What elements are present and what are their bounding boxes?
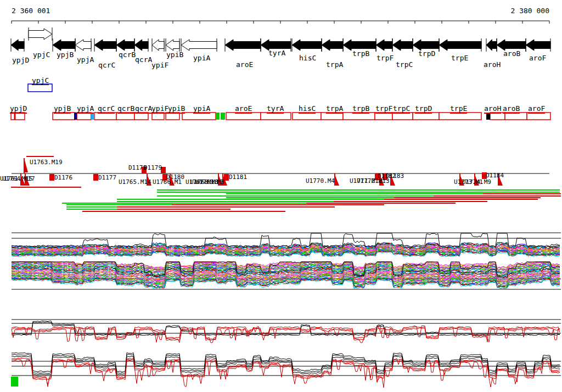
gene-label-qcrB[interactable]: qcrB bbox=[119, 51, 136, 58]
probe-box-label-ypiA[interactable]: ypiA bbox=[193, 105, 210, 114]
probe-box-label-qcrC[interactable]: qcrC bbox=[98, 105, 115, 114]
gene-label-ypiA[interactable]: ypiA bbox=[193, 54, 210, 61]
gene-label-qcrA[interactable]: qcrA bbox=[135, 56, 152, 63]
probe-box-label-qcrB[interactable]: qcrB bbox=[117, 105, 134, 114]
probe-box-label-trpC[interactable]: trpC bbox=[393, 105, 410, 114]
probe-box-label-tyrA[interactable]: tyrA bbox=[267, 105, 284, 114]
probe-label-D1184[interactable]: D1184 bbox=[486, 172, 504, 178]
probe-label-D1176[interactable]: D1176 bbox=[54, 175, 72, 181]
gene-label-aroB[interactable]: aroB bbox=[503, 50, 520, 57]
gene-label-trpC[interactable]: trpC bbox=[396, 61, 413, 68]
gene-label-trpE[interactable]: trpE bbox=[451, 54, 468, 61]
probe-box-label-ypjB[interactable]: ypjB bbox=[54, 105, 71, 114]
probe-box-label-ypjA[interactable]: ypjA bbox=[77, 105, 94, 114]
gene-label-aroH[interactable]: aroH bbox=[484, 61, 501, 68]
probe-box-label-trpB[interactable]: trpB bbox=[352, 105, 369, 114]
gene-label-aroF[interactable]: aroF bbox=[529, 54, 546, 61]
gene-label-trpF[interactable]: trpF bbox=[376, 54, 394, 61]
probe-label-D1181[interactable]: D1181 bbox=[229, 174, 247, 180]
probe-label-U1763.M19[interactable]: U1763.M19 bbox=[30, 159, 63, 165]
gene-label-ypjB[interactable]: ypjB bbox=[57, 51, 74, 58]
gene-label-ypiF[interactable]: ypiF bbox=[151, 61, 168, 69]
gene-label-hisC[interactable]: hisC bbox=[299, 54, 316, 61]
probe-box-label-trpD[interactable]: trpD bbox=[415, 105, 432, 114]
probe-box-label-ypjD[interactable]: ypjD bbox=[10, 105, 27, 114]
probe-box-label-aroE[interactable]: aroE bbox=[235, 105, 252, 114]
probe-box-label-trpF[interactable]: trpF bbox=[375, 105, 392, 114]
probe-box-label-trpE[interactable]: trpE bbox=[450, 105, 467, 114]
selected-gene-label[interactable]: ypjC bbox=[32, 77, 49, 85]
probe-box-label-qcrA[interactable]: qcrA bbox=[135, 105, 152, 114]
probe-box-label-hisC[interactable]: hisC bbox=[299, 105, 316, 114]
probe-label-U1770.M4[interactable]: U1770.M4 bbox=[306, 178, 335, 184]
genome-browser-view: 2 360 001 2 380 000 ypjDypjCypjBypjAqcrC… bbox=[0, 0, 562, 392]
probe-label-D1180[interactable]: D1180 bbox=[166, 174, 184, 180]
probe-label-U1774.M9[interactable]: U1774.M9 bbox=[462, 179, 491, 185]
gene-label-trpB[interactable]: trpB bbox=[352, 50, 369, 57]
probe-box-label-ypiB[interactable]: ypiB bbox=[168, 105, 185, 114]
probe-label-U1769.M3[interactable]: U1769.M3 bbox=[195, 179, 224, 185]
gene-label-ypiB[interactable]: ypiB bbox=[166, 51, 183, 58]
gene-label-ypjD[interactable]: ypjD bbox=[12, 57, 29, 64]
gene-label-trpD[interactable]: trpD bbox=[418, 50, 435, 57]
gene-label-ypjA[interactable]: ypjA bbox=[77, 56, 94, 63]
probe-box-label-aroB[interactable]: aroB bbox=[503, 105, 520, 114]
gene-label-trpA[interactable]: trpA bbox=[326, 61, 343, 68]
probe-label-U1765.M14[interactable]: U1765.M14 bbox=[119, 179, 151, 185]
gene-label-tyrA[interactable]: tyrA bbox=[268, 49, 285, 57]
probe-label-D1179[interactable]: D1179 bbox=[144, 165, 162, 171]
probe-box-label-ypiF[interactable]: ypiF bbox=[151, 105, 168, 114]
probe-label-D1183[interactable]: D1183 bbox=[386, 173, 404, 179]
gene-label-aroE[interactable]: aroE bbox=[236, 61, 253, 68]
labels-layer: ypjDypjCypjBypjAqcrCqcrBqcrAypiFypiBypiA… bbox=[0, 0, 562, 392]
probe-box-label-trpA[interactable]: trpA bbox=[326, 105, 343, 114]
gene-label-qcrC[interactable]: qcrC bbox=[98, 61, 115, 69]
probe-label-U1764.M17[interactable]: U1764.M17 bbox=[2, 176, 35, 182]
gene-label-ypjC[interactable]: ypjC bbox=[33, 51, 50, 58]
probe-box-label-aroF[interactable]: aroF bbox=[528, 105, 545, 114]
probe-box-label-aroH[interactable]: aroH bbox=[484, 105, 501, 114]
probe-label-D1177[interactable]: D1177 bbox=[98, 175, 116, 181]
